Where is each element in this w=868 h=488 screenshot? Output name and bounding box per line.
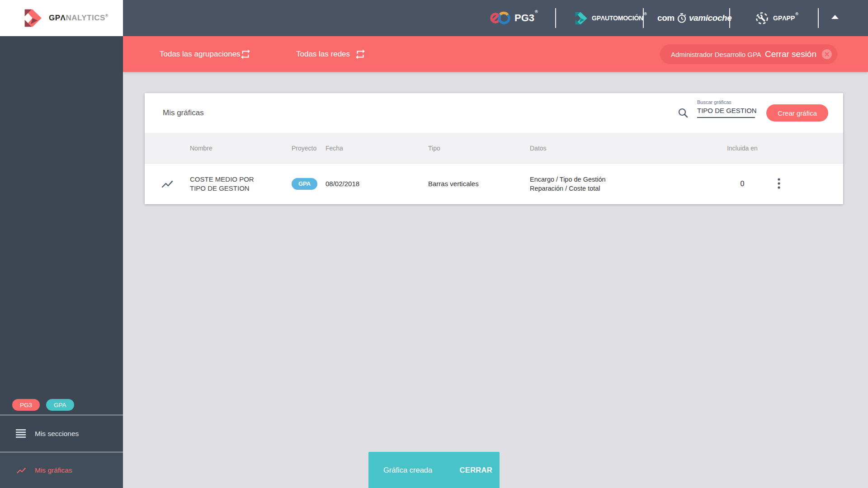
- filter-bar: Todas las agrupaciones Todas las redes A…: [123, 36, 868, 72]
- row-name-cell: COSTE MEDIO POR TIPO DE GESTION: [190, 175, 292, 193]
- table-row[interactable]: COSTE MEDIO POR TIPO DE GESTION GPA 08/0…: [145, 164, 843, 204]
- logout-button[interactable]: Cerrar sesión: [765, 49, 816, 59]
- header-incluida-en: Incluida en: [706, 145, 778, 152]
- collapse-topbar-button[interactable]: [831, 15, 840, 21]
- sidebar-item-label: Mis secciones: [35, 430, 79, 438]
- snackbar: Gráfica creada CERRAR: [368, 452, 500, 488]
- header-datos: Datos: [530, 145, 706, 152]
- row-data-cell: Encargo / Tipo de Gestión Reparación / C…: [530, 175, 706, 193]
- topbar-divider: [643, 8, 644, 28]
- brand-gpautomocion-label: GPΛUTOMOCIÓN®: [592, 14, 646, 22]
- app-root: GPΛNALYTICS® PG3 GPA Mis secciones: [0, 0, 868, 488]
- row-date-cell: 08/02/2018: [326, 180, 428, 188]
- brand-gpautomocion[interactable]: GPΛUTOMOCIÓN®: [571, 0, 646, 36]
- swap-groupings-icon[interactable]: [240, 48, 251, 60]
- comprova-prefix: com: [657, 13, 675, 23]
- brand-logo[interactable]: GPΛNALYTICS®: [0, 0, 123, 36]
- brand-pg3[interactable]: PG3®: [490, 0, 538, 36]
- sidebar-bottom: PG3 GPA Mis secciones: [0, 395, 123, 488]
- brand-gpapp[interactable]: GPΛPP®: [755, 0, 798, 36]
- row-menu-button[interactable]: [773, 177, 785, 191]
- sidebar-item-label: Mis gráficas: [35, 466, 72, 474]
- groupings-label: Todas las agrupaciones: [160, 50, 241, 59]
- badge-pg3[interactable]: PG3: [12, 399, 40, 411]
- product-badges: PG3 GPA: [0, 395, 123, 415]
- swap-networks-icon[interactable]: [354, 48, 366, 60]
- row-chart-type-cell: [145, 177, 190, 191]
- header-fecha: Fecha: [326, 145, 428, 152]
- user-name: Administrador Desarrollo GPA: [671, 51, 765, 58]
- row-included-cell: 0: [706, 180, 778, 188]
- sidebar-item-mis-graficas[interactable]: Mis gráficas: [0, 452, 123, 488]
- sidebar: GPΛNALYTICS® PG3 GPA Mis secciones: [0, 0, 123, 488]
- brand-gpapp-label: GPΛPP®: [773, 14, 798, 22]
- brand-comprovamicoche[interactable]: com vamicoche: [657, 0, 732, 36]
- chevron-up-icon: [831, 15, 839, 19]
- table-header-row: Nombre Proyecto Fecha Tipo Datos Incluid…: [145, 133, 843, 164]
- page-title: Mis gráficas: [163, 93, 204, 133]
- wrench-circle-icon: [755, 11, 769, 25]
- topbar-divider: [729, 8, 730, 28]
- groupings-selector[interactable]: Todas las agrupaciones: [160, 36, 241, 72]
- search-label: Buscar gráficas: [697, 99, 755, 105]
- networks-label: Todas las redes: [296, 50, 350, 59]
- brand-pg3-label: PG3®: [514, 12, 538, 24]
- search-input[interactable]: TIPO DE GESTION: [697, 106, 755, 118]
- header-proyecto: Proyecto: [292, 145, 326, 152]
- pg3-infinity-icon: [490, 11, 510, 25]
- menu-lines-icon: [16, 429, 27, 438]
- gpanalytics-chevron-icon: [19, 8, 42, 28]
- networks-selector[interactable]: Todas las redes: [296, 36, 350, 72]
- project-badge: GPA: [292, 178, 317, 190]
- close-session-icon[interactable]: [821, 48, 833, 60]
- topbar-divider: [818, 8, 819, 28]
- header-nombre: Nombre: [190, 145, 292, 152]
- line-chart-icon: [160, 177, 174, 191]
- comprova-suffix: vamicoche: [689, 13, 732, 23]
- line-chart-icon: [16, 465, 27, 476]
- stopwatch-icon: [676, 13, 687, 23]
- snackbar-message: Gráfica creada: [383, 466, 460, 474]
- topbar-divider: [555, 8, 556, 28]
- sidebar-item-mis-secciones[interactable]: Mis secciones: [0, 415, 123, 452]
- search-field[interactable]: Buscar gráficas TIPO DE GESTION: [697, 99, 755, 118]
- row-project-cell: GPA: [292, 178, 326, 190]
- topbar: PG3® GPΛUTOMOCIÓN® com vamicoche: [123, 0, 868, 36]
- create-chart-button[interactable]: Crear gráfica: [766, 104, 828, 122]
- snackbar-close-button[interactable]: CERRAR: [460, 466, 492, 474]
- search-icon: [677, 107, 689, 119]
- badge-gpa[interactable]: GPA: [46, 399, 74, 411]
- gpautomocion-chevron-icon: [571, 11, 588, 25]
- kebab-menu-icon: [777, 177, 781, 191]
- row-type-cell: Barras verticales: [428, 180, 530, 188]
- brand-logo-text: GPΛNALYTICS®: [49, 14, 108, 23]
- user-session-pill: Administrador Desarrollo GPA Cerrar sesi…: [660, 44, 837, 64]
- header-tipo: Tipo: [428, 145, 530, 152]
- charts-card: Mis gráficas Buscar gráficas TIPO DE GES…: [145, 93, 843, 204]
- card-header: Mis gráficas Buscar gráficas TIPO DE GES…: [145, 93, 843, 133]
